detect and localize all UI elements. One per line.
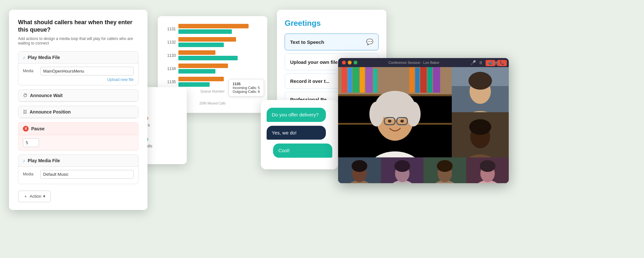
action-label-1: Play Media File (28, 55, 60, 60)
svg-rect-15 (420, 67, 427, 93)
chart-label-4: 1134 (164, 66, 176, 71)
speech-bubble-icon: 💬 (366, 38, 373, 45)
svg-point-37 (469, 119, 491, 135)
person-2-bg (452, 112, 509, 157)
end-call-button[interactable]: 📞 (497, 60, 507, 66)
bar-orange-1 (178, 24, 249, 28)
action-body-5: Media Default Music (18, 167, 138, 184)
list-icon: ☰ (23, 109, 27, 114)
action-block-1: ♪ Play Media File Media MainOpenHoursMen… (18, 51, 138, 85)
tooltip-incoming: Incoming Calls: 5 (233, 86, 260, 90)
video-title: Conference Session · Lon Baker (388, 61, 439, 64)
svg-point-45 (394, 160, 410, 172)
bar-group-3 (178, 50, 261, 60)
greeting-label-upload: Upload your own file (290, 59, 338, 65)
svg-rect-14 (415, 68, 420, 93)
pause-icon: ⏸ (23, 126, 29, 132)
video-cell-main (338, 67, 452, 157)
traffic-lights (342, 61, 357, 64)
clock-icon: ⏱ (23, 93, 27, 98)
svg-rect-10 (360, 67, 365, 93)
video-grid (338, 67, 509, 157)
plus-icon: ＋ (24, 194, 28, 199)
bar-orange-4 (178, 64, 228, 68)
field-row-5: Media Default Music (23, 170, 134, 179)
svg-rect-12 (373, 69, 377, 93)
bar-orange-5 (178, 77, 224, 81)
video-end-buttons: 📹 📞 (486, 60, 507, 66)
end-video-button[interactable]: 📹 (486, 60, 495, 66)
action-btn-label: Action (30, 194, 41, 199)
pause-input[interactable] (23, 138, 39, 147)
chart-tooltip: 1135 Incoming Calls: 5 Outgoing Calls: 6 (229, 79, 264, 96)
tl-red[interactable] (342, 61, 346, 64)
svg-point-53 (479, 160, 495, 172)
chart-label-2: 1132 (164, 40, 176, 45)
greeting-label-tts: Text to Speech (290, 39, 324, 45)
video-bottom-row (338, 157, 509, 183)
person-1-bg (452, 67, 509, 112)
field-label-5: Media (23, 172, 37, 176)
greeting-option-tts[interactable]: Text to Speech 💬 (285, 34, 379, 50)
chat-msg-3: Cool! (273, 144, 332, 158)
action-block-5: ♪ Play Media File Media Default Music (18, 154, 138, 184)
svg-rect-9 (353, 67, 359, 93)
bar-teal-2 (178, 43, 224, 47)
tooltip-label: 1135 (233, 82, 260, 86)
action-header-2: ⏱ Announce Wait (18, 90, 138, 102)
tl-yellow[interactable] (348, 61, 352, 64)
bar-teal-3 (178, 56, 238, 60)
bar-group-1 (178, 24, 261, 34)
chart-label-5: 1135 (164, 80, 176, 84)
field-label-1: Media (23, 69, 37, 73)
media-select-1[interactable]: MainOpenHoursMenu (40, 67, 134, 75)
svg-point-27 (388, 120, 392, 123)
chart-row-2: 1132 (164, 37, 261, 47)
music-icon-1: ♪ (23, 55, 25, 60)
chart-row-1: 1131 (164, 24, 261, 34)
chart-row-3: 1133 (164, 50, 261, 60)
svg-rect-17 (433, 67, 440, 93)
video-titlebar: Conference Session · Lon Baker 🎤 ⏸ ⏺ 📹 ⚙… (338, 58, 509, 67)
mic-icon[interactable]: 🎤 (470, 60, 476, 65)
field-row-1: Media MainOpenHoursMenu (23, 67, 134, 75)
action-button[interactable]: ＋ Action ▾ (18, 191, 51, 202)
video-cell-2 (452, 112, 509, 157)
action-block-3: ☰ Announce Position (18, 106, 138, 118)
svg-rect-11 (365, 67, 373, 93)
action-block-2: ⏱ Announce Wait (18, 89, 138, 102)
tl-green[interactable] (354, 61, 357, 64)
action-body-1: Media MainOpenHoursMenu Upload new file (18, 64, 138, 85)
action-label-4: Pause (31, 126, 44, 131)
action-label-2: Announce Wait (30, 93, 62, 98)
queue-card: What should callers hear when they enter… (9, 10, 147, 210)
action-label-5: Play Media File (28, 158, 60, 163)
media-select-2[interactable]: Default Music (40, 170, 134, 179)
greetings-title: Greetings (285, 19, 379, 28)
queue-title: What should callers hear when they enter… (18, 19, 138, 34)
bar-teal-4 (178, 69, 215, 74)
action-label-3: Announce Position (30, 109, 71, 114)
chat-msg-2: Yes, we do! (267, 126, 326, 140)
music-icon-2: ♪ (23, 158, 25, 163)
chart-label-1: 1131 (164, 27, 176, 31)
bar-group-2 (178, 37, 261, 47)
bar-group-4 (178, 64, 261, 74)
chart-row-5: 1135 1135 Incoming Calls: 5 Outgoing Cal… (164, 77, 261, 87)
svg-rect-7 (342, 67, 347, 93)
svg-point-23 (406, 102, 421, 126)
action-header-5: ♪ Play Media File (18, 155, 138, 167)
video-cell-1 (452, 67, 509, 112)
queue-subtitle: Add actions to design a media loop that … (18, 36, 138, 45)
pause-ctrl-icon[interactable]: ⏸ (478, 60, 483, 65)
main-person-bg (338, 67, 452, 157)
svg-point-22 (369, 102, 384, 126)
chart-area: 1131 1132 1133 1134 (164, 24, 261, 87)
action-body-4 (18, 135, 138, 150)
svg-point-41 (352, 160, 367, 172)
bar-orange-3 (178, 50, 215, 55)
upload-link-1[interactable]: Upload new file (23, 77, 134, 82)
video-cell-3 (338, 157, 381, 183)
chevron-down-icon: ▾ (43, 194, 45, 199)
action-header-3: ☰ Announce Position (18, 106, 138, 118)
